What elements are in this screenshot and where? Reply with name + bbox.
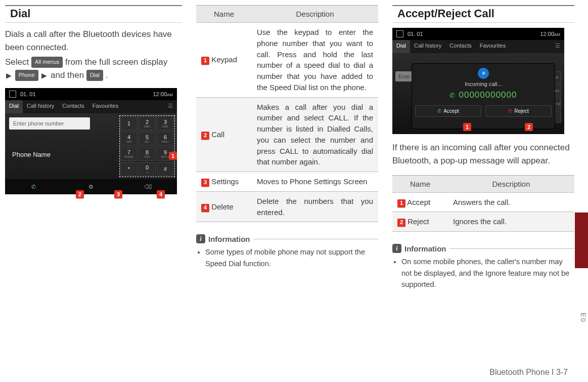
information-body: Some types of mobile phone may not suppo… xyxy=(196,246,378,269)
dial-heading: Dial xyxy=(5,5,182,23)
th-desc: Description xyxy=(448,175,574,192)
phone-name-label: Phone Name xyxy=(9,151,113,158)
cell: Answers the call. xyxy=(448,192,574,212)
side-tab xyxy=(575,213,588,268)
tab-call-history[interactable]: Call history xyxy=(23,100,58,113)
keypad[interactable]: 12ABC3DEF4GHI5JKL6MNO7PQRS8TUV9WXYZ*0+# xyxy=(117,113,177,179)
keypad-key[interactable]: 3DEF xyxy=(157,116,174,131)
table-row: 2 Reject Ignores the call. xyxy=(392,212,574,232)
tab-call-history[interactable]: Call history xyxy=(410,40,445,53)
keypad-key[interactable]: * xyxy=(120,162,138,176)
table-row: 3 Settings Moves to Phone Settings Scree… xyxy=(196,172,378,192)
txt: Select xyxy=(5,57,31,67)
dial-instructions: Select All menus from the full screen di… xyxy=(5,56,182,82)
phone-icon: ✆ xyxy=(449,92,456,99)
tab-favourites[interactable]: Favourites xyxy=(88,100,122,113)
accept-reject-para: If there is an incoming call after you c… xyxy=(392,141,574,168)
status-time: 12:00AM xyxy=(153,91,173,97)
dial-para: Dials a call after the Bluetooth devices… xyxy=(5,28,182,55)
keypad-key[interactable]: # xyxy=(157,162,174,176)
marker-4: 4 xyxy=(157,190,165,198)
tab-favourites[interactable]: Favourites xyxy=(476,40,510,53)
keypad-key[interactable]: 1 xyxy=(120,116,138,131)
cell: Accept xyxy=(407,198,430,206)
cell: Delete xyxy=(211,202,233,211)
keypad-key[interactable]: 8TUV xyxy=(139,147,156,161)
accept-icon: ✆ xyxy=(437,108,441,114)
reject-button[interactable]: ✆Reject xyxy=(485,105,552,117)
th-name: Name xyxy=(392,175,448,192)
marker: 4 xyxy=(201,204,209,212)
marker-2: 2 xyxy=(76,190,84,198)
cell: Delete the numbers that you entered. xyxy=(252,191,378,222)
incoming-call-popup: ⌖ Incoming call... ✆00000000000 ✆Accept … xyxy=(412,63,555,129)
popup-number: ✆00000000000 xyxy=(449,90,517,100)
information-heading: i Information xyxy=(392,244,574,253)
information-body: On some mobile phones, the caller's numb… xyxy=(392,256,574,290)
menu-icon[interactable]: ☰ xyxy=(164,100,177,113)
status-bar: 01. 01 12:00AM xyxy=(392,28,564,40)
home-icon[interactable] xyxy=(9,91,16,98)
phone-number-input[interactable]: Enter phone number xyxy=(9,117,90,130)
table-row: 4 Delete Delete the numbers that you ent… xyxy=(196,191,378,222)
accept-button[interactable]: ✆Accept xyxy=(415,105,481,117)
info-bullet: On some mobile phones, the caller's numb… xyxy=(401,256,574,290)
arrow-icon: ▶ xyxy=(40,71,48,79)
keypad-key[interactable]: 5JKL xyxy=(139,132,156,146)
table-row: 1 Accept Answers the call. xyxy=(392,192,574,212)
tab-contacts[interactable]: Contacts xyxy=(58,100,88,113)
table-row: 1 Keypad Use the keypad to enter the pho… xyxy=(196,23,378,98)
status-date: 01. 01 xyxy=(20,91,36,97)
cell: Settings xyxy=(211,177,239,186)
cell: Call xyxy=(211,130,224,139)
txt: from the full screen display xyxy=(65,57,167,67)
txt: and then xyxy=(51,70,86,80)
marker-3: 3 xyxy=(114,190,122,198)
dial-table: Name Description 1 Keypad Use the keypad… xyxy=(196,5,378,222)
bluetooth-icon: ⌖ xyxy=(478,68,489,79)
info-bullet: Some types of mobile phone may not suppo… xyxy=(205,246,378,269)
tab-dial[interactable]: Dial xyxy=(392,40,410,53)
page-footer: Bluetooth Phone I 3-7 xyxy=(489,368,568,377)
accept-reject-heading: Accept/Reject Call xyxy=(392,5,574,23)
tabs: Dial Call history Contacts Favourites ☰ xyxy=(392,40,564,53)
cell: Makes a call after you dial a number and… xyxy=(252,97,378,172)
settings-icon[interactable]: ⚙ xyxy=(62,179,119,194)
home-icon[interactable] xyxy=(396,30,403,37)
marker: 2 xyxy=(201,132,209,140)
phone-button[interactable]: Phone xyxy=(15,70,38,81)
delete-icon[interactable]: ⌫ xyxy=(120,179,177,194)
txt: . xyxy=(106,70,108,80)
keypad-key[interactable]: 0+ xyxy=(139,162,156,176)
cell: Keypad xyxy=(211,55,237,64)
table-row: 2 Call Makes a call after you dial a num… xyxy=(196,97,378,172)
keypad-key[interactable]: 4GHI xyxy=(120,132,138,146)
dial-screen: 01. 01 12:00AM Dial Call history Contact… xyxy=(5,88,177,194)
status-time: 12:00AM xyxy=(540,31,560,37)
marker-1: 1 xyxy=(463,123,471,131)
keypad-key[interactable]: 2ABC xyxy=(139,116,156,131)
cell: Ignores the call. xyxy=(448,212,574,232)
call-icon[interactable]: ✆ xyxy=(5,179,62,194)
arrow-icon: ▶ xyxy=(5,71,13,79)
keypad-key[interactable]: 7PQRS xyxy=(120,147,138,161)
marker-2: 2 xyxy=(525,123,533,131)
marker-1: 1 xyxy=(169,152,177,160)
popup-title: Incoming call... xyxy=(465,81,502,87)
bottom-bar: ✆ ⚙ ⌫ xyxy=(5,179,177,194)
marker: 1 xyxy=(201,57,209,65)
information-heading: i Information xyxy=(196,234,378,243)
tab-dial[interactable]: Dial xyxy=(5,100,23,113)
reject-icon: ✆ xyxy=(508,108,512,114)
dial-button[interactable]: Dial xyxy=(86,70,103,81)
th-name: Name xyxy=(196,6,252,23)
side-label: E0 xyxy=(579,313,587,323)
status-bar: 01. 01 12:00AM xyxy=(5,88,177,100)
all-menus-button[interactable]: All menus xyxy=(31,57,63,68)
cell: Moves to Phone Settings Screen xyxy=(252,172,378,192)
keypad-key[interactable]: 6MNO xyxy=(157,132,174,146)
accept-reject-table: Name Description 1 Accept Answers the ca… xyxy=(392,175,574,232)
menu-icon[interactable]: ☰ xyxy=(551,40,564,53)
tab-contacts[interactable]: Contacts xyxy=(445,40,475,53)
status-date: 01. 01 xyxy=(408,31,423,37)
